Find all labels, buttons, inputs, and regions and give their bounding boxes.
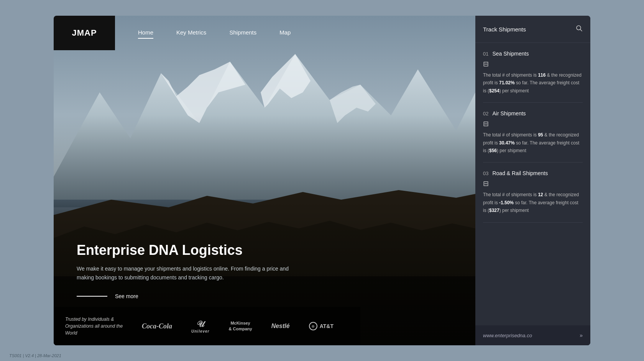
logo-box: JMAP — [54, 16, 115, 50]
shipment-item-air: 02 Air Shipments ⊟ The total # of shipme… — [483, 103, 583, 162]
nav-shipments[interactable]: Shipments — [229, 29, 256, 37]
right-panel: Track Shipments 01 Sea Shipments ⊟ — [475, 16, 590, 345]
version-bar: TS001 | V2.4 | 28-Mar-2021 — [0, 350, 644, 361]
panel-footer[interactable]: www.enterprisedna.co » — [475, 325, 590, 345]
sea-icon: ⊟ — [483, 60, 583, 68]
air-number: 02 — [483, 111, 488, 117]
road-name: Road & Rail Shipments — [492, 170, 548, 176]
hero-title: Enterprise DNA Logistics — [77, 242, 452, 258]
app-frame: Enterprise DNA Logistics We make it easy… — [54, 16, 590, 345]
brand-nestle: Nestlé — [271, 323, 290, 330]
sea-name: Sea Shipments — [492, 51, 529, 57]
cta-line — [77, 296, 107, 297]
nav-map[interactable]: Map — [279, 29, 291, 37]
trusted-bar: Trusted by Individuals & Organizations a… — [54, 307, 360, 345]
brand-coca-cola: Coca-Cola — [142, 322, 172, 330]
air-icon: ⊟ — [483, 120, 583, 128]
version-text: TS001 | V2.4 | 28-Mar-2021 — [9, 353, 61, 358]
sea-header-row: 01 Sea Shipments — [483, 51, 583, 57]
hero-subtitle: We make it easy to manage your shipments… — [77, 264, 291, 282]
nav-bar: JMAP Home Key Metrics Shipments Map — [54, 16, 590, 50]
nav-home[interactable]: Home — [138, 29, 153, 37]
see-more-button[interactable]: See more — [115, 293, 138, 299]
trusted-label: Trusted by Individuals & Organizations a… — [65, 316, 127, 336]
brand-mckinsey: McKinsey& Company — [229, 320, 252, 332]
brand-unilever: 𝒰 Unilever — [191, 319, 209, 333]
shipment-item-sea: 01 Sea Shipments ⊟ The total # of shipme… — [483, 43, 583, 103]
road-icon: ⊟ — [483, 179, 583, 188]
nav-key-metrics[interactable]: Key Metrics — [176, 29, 206, 37]
footer-url: www.enterprisedna.co — [483, 333, 532, 338]
logo-text: JMAP — [72, 28, 97, 38]
road-description: The total # of shipments is 12 & the rec… — [483, 191, 583, 214]
sea-description: The total # of shipments is 116 & the re… — [483, 71, 583, 95]
sea-number: 01 — [483, 51, 488, 57]
shipment-item-road: 03 Road & Rail Shipments ⊟ The total # o… — [483, 162, 583, 222]
road-number: 03 — [483, 171, 488, 176]
air-name: Air Shipments — [492, 110, 526, 117]
hero-content: Enterprise DNA Logistics We make it easy… — [77, 242, 452, 299]
air-header-row: 02 Air Shipments — [483, 110, 583, 117]
shipment-items: 01 Sea Shipments ⊟ The total # of shipme… — [475, 43, 590, 325]
nav-links: Home Key Metrics Shipments Map — [115, 29, 291, 37]
road-header-row: 03 Road & Rail Shipments — [483, 170, 583, 176]
hero-cta: See more — [77, 293, 452, 299]
brand-att: ◎ AT&T — [309, 322, 334, 330]
footer-arrow: » — [580, 332, 583, 338]
hero-section: Enterprise DNA Logistics We make it easy… — [54, 16, 475, 345]
brand-logos: Coca-Cola 𝒰 Unilever McKinsey& Company N… — [127, 319, 349, 333]
air-description: The total # of shipments is 95 & the rec… — [483, 131, 583, 154]
